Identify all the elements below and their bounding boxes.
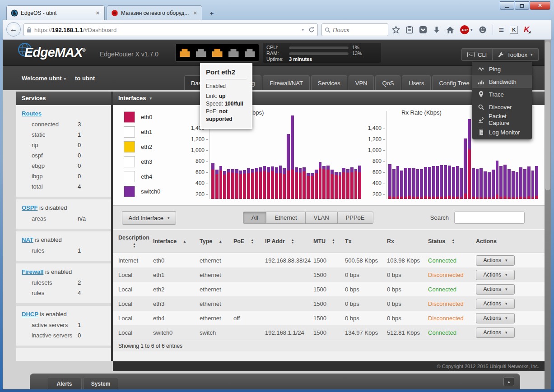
browser-tab-shop[interactable]: Магазин сетевого оборуд... ×	[107, 5, 202, 20]
toolbox-menu-item-packet-capture[interactable]: Packet Capture	[472, 113, 532, 126]
maximize-button[interactable]	[515, 1, 529, 10]
reload-icon[interactable]	[308, 27, 315, 33]
tab-close-icon[interactable]: ×	[95, 9, 100, 16]
search-box[interactable]	[321, 23, 388, 36]
new-tab-button[interactable]: +	[206, 9, 218, 18]
nav-tab-config-tree[interactable]: Config Tree	[432, 75, 476, 90]
column-header-interface[interactable]: Interface▲	[153, 238, 200, 244]
port-icon-eth2[interactable]	[212, 49, 223, 57]
add-interface-button[interactable]: Add Interface ▾	[122, 211, 176, 225]
hamburger-menu-icon[interactable]: ≡	[499, 27, 504, 33]
nav-tab-services[interactable]: Services	[311, 75, 347, 90]
port-tooltip-row: Link: up	[206, 92, 247, 100]
port-icon-eth4[interactable]	[245, 49, 255, 57]
sort-both-icon[interactable]: ▲▼	[251, 239, 254, 244]
system-tab[interactable]: System	[83, 378, 118, 389]
kaspersky-plugin-icon[interactable]: K	[524, 25, 529, 34]
home-icon[interactable]	[446, 26, 454, 34]
keepass-plugin-icon[interactable]: K	[510, 26, 518, 34]
actions-button[interactable]: Actions▾	[476, 270, 515, 280]
page-scrollbar[interactable]	[545, 40, 551, 389]
toolbox-button[interactable]: Toolbox ▾	[493, 48, 538, 61]
actions-button[interactable]: Actions▾	[476, 313, 515, 323]
column-header-ip-addr[interactable]: IP Addr▲▼	[265, 238, 313, 244]
bookmark-star-icon[interactable]	[392, 26, 400, 34]
column-header-mtu[interactable]: MTU▲▼	[313, 238, 345, 244]
toolbox-menu-item-discover[interactable]: Discover	[472, 101, 532, 113]
bar-segment-switch0	[299, 168, 302, 173]
sort-asc-icon[interactable]: ▲	[219, 240, 222, 244]
tab-close-icon[interactable]: ×	[192, 9, 198, 16]
keepass-badge: K	[510, 26, 518, 34]
bar-segment-switch0	[484, 171, 487, 197]
toolbox-menu-item-trace[interactable]: Trace	[472, 88, 532, 101]
pocket-icon[interactable]	[419, 26, 427, 34]
close-button[interactable]: ✕	[530, 1, 550, 10]
registered-mark: ®	[82, 48, 85, 53]
actions-button[interactable]: Actions▾	[476, 299, 515, 309]
actions-button[interactable]: Actions▾	[476, 284, 515, 295]
chart-bar	[396, 166, 400, 199]
bar-segment-eth0	[400, 197, 403, 199]
table-search-input[interactable]	[454, 212, 525, 224]
legend-item-eth0: eth0	[124, 111, 189, 123]
adblock-plus-icon[interactable]: ABP▾	[460, 25, 473, 34]
service-state-label: is enabled	[43, 268, 72, 275]
nav-tab-vpn[interactable]: VPN	[349, 75, 374, 90]
column-header-poe[interactable]: PoE▲▼	[233, 238, 265, 244]
services-panel-header: Services	[16, 92, 111, 105]
dock-collapse-button[interactable]: ▴	[503, 377, 514, 386]
url-bar[interactable]: https://192.168.1.1/#Dashboard ▾	[23, 23, 318, 36]
downloads-icon[interactable]	[433, 26, 440, 34]
filter-tab-pppoe[interactable]: PPPoE	[338, 212, 373, 224]
actions-button[interactable]: Actions▾	[476, 327, 515, 338]
actions-button[interactable]: Actions▾	[476, 255, 515, 266]
bar-segment-eth0	[484, 197, 487, 199]
bar-segment-eth0	[263, 171, 266, 199]
bar-segment-eth0	[326, 170, 330, 199]
service-stat-value: 1	[78, 320, 106, 330]
sort-both-icon[interactable]: ▲▼	[291, 239, 294, 244]
minimize-button[interactable]	[500, 1, 514, 10]
sort-both-icon[interactable]: ▲▼	[452, 239, 455, 244]
service-link-routes[interactable]: Routes	[22, 110, 42, 117]
back-button[interactable]: ←	[6, 22, 21, 37]
feedback-smiley-icon[interactable]	[479, 26, 487, 34]
toolbox-menu-item-bandwidth[interactable]: Bandwidth	[472, 75, 532, 88]
toolbox-menu-item-log-monitor[interactable]: Log Monitor	[472, 126, 532, 138]
service-link-ospf[interactable]: OSPF	[22, 204, 37, 211]
bar-segment-eth0	[480, 197, 483, 199]
cell-rx: 512.81 Kbps	[387, 329, 428, 336]
port-icon-eth0[interactable]	[180, 49, 190, 57]
filter-tab-ethernet[interactable]: Ethernet	[266, 212, 305, 224]
sort-both-icon[interactable]: ▲▼	[332, 239, 335, 244]
cli-button[interactable]: CLI	[461, 48, 493, 61]
port-icon-eth1[interactable]	[196, 49, 206, 57]
service-stat-value: 0	[78, 330, 106, 341]
sort-both-icon[interactable]: ▲▼	[133, 243, 136, 248]
bar-segment-eth0	[335, 175, 338, 199]
bar-segment-eth0	[527, 196, 531, 199]
nav-tab-users[interactable]: Users	[402, 75, 431, 90]
filter-tab-all[interactable]: All	[243, 212, 266, 224]
browser-tab-edgeos[interactable]: EdgeOS - ubnt ×	[6, 5, 105, 20]
service-link-dhcp[interactable]: DHCP	[22, 311, 38, 318]
toolbox-menu-item-ping[interactable]: Ping	[472, 63, 532, 75]
service-link-firewall[interactable]: Firewall	[22, 268, 43, 275]
column-header-description[interactable]: Description▲▼	[118, 235, 153, 248]
search-input[interactable]	[333, 27, 378, 33]
reading-list-icon[interactable]	[406, 26, 413, 34]
column-header-type[interactable]: Type▲	[200, 238, 233, 244]
welcome-menu[interactable]: Welcome ubnt▾	[22, 75, 66, 82]
service-link-nat[interactable]: NAT	[22, 236, 33, 243]
url-dropdown-icon[interactable]: ▾	[302, 28, 304, 32]
filter-tab-vlan[interactable]: VLAN	[306, 212, 338, 224]
bar-segment-eth0	[350, 172, 354, 199]
nav-tab-qos[interactable]: QoS	[375, 75, 400, 90]
scrollbar-thumb[interactable]	[545, 42, 550, 190]
port-icon-eth3[interactable]	[228, 49, 239, 57]
column-header-status[interactable]: Status▲▼	[428, 238, 476, 244]
sort-asc-icon[interactable]: ▲	[183, 240, 186, 244]
nav-tab-firewall-nat[interactable]: Firewall/NAT	[263, 75, 309, 90]
alerts-tab[interactable]: Alerts	[47, 378, 82, 389]
